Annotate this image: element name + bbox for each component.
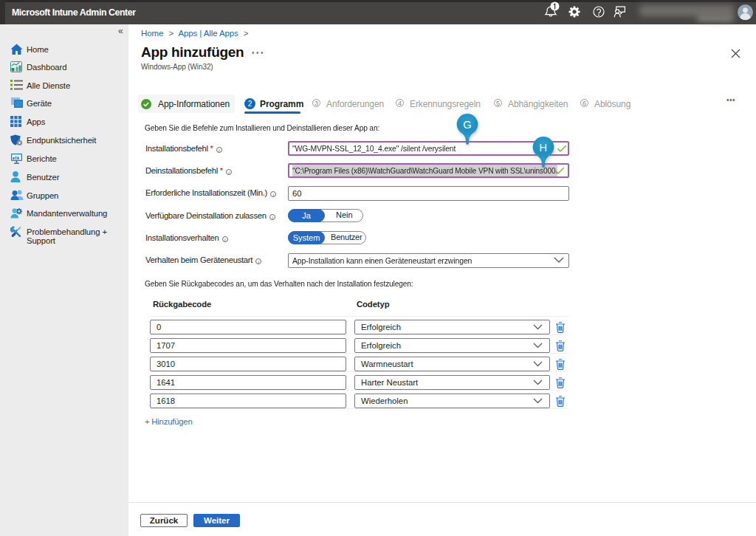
svg-text:G: G <box>463 118 472 131</box>
svg-text:H: H <box>540 141 548 154</box>
